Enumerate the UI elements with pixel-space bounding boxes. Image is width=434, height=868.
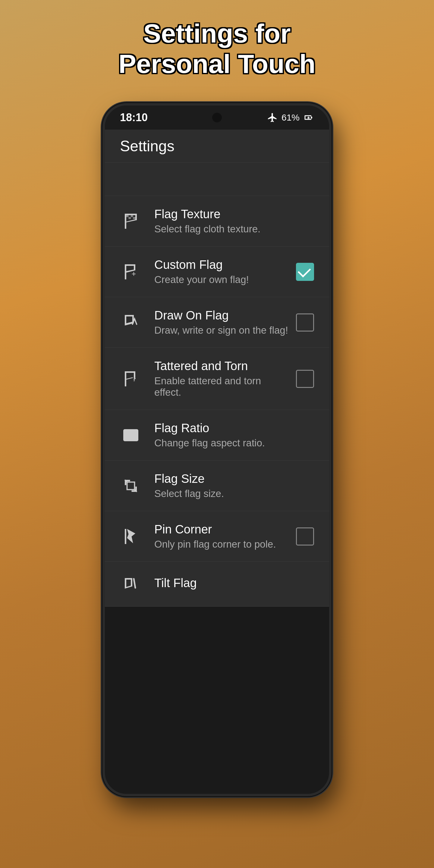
pin-corner-checkbox[interactable] xyxy=(296,527,314,546)
flag-size-text: Flag Size Select flag size. xyxy=(154,472,314,499)
custom-flag-text: Custom Flag Create your own flag! xyxy=(154,258,289,285)
draw-flag-icon xyxy=(120,312,142,333)
page-title: Settings for Personal Touch xyxy=(94,18,340,79)
svg-rect-0 xyxy=(126,215,129,217)
svg-rect-6 xyxy=(127,482,135,490)
settings-item-tilt-flag[interactable]: Tilt Flag xyxy=(105,562,329,607)
status-bar: 18:10 61% xyxy=(105,105,329,130)
settings-list: Flag Texture Select flag cloth texture. … xyxy=(105,196,329,607)
flag-ratio-text: Flag Ratio Change flag aspect ratio. xyxy=(154,421,314,449)
tattered-icon xyxy=(120,368,142,390)
status-time: 18:10 xyxy=(120,111,148,124)
svg-rect-5 xyxy=(124,430,138,440)
draw-on-flag-checkbox[interactable] xyxy=(296,313,314,332)
settings-item-tattered[interactable]: Tattered and Torn Enable tattered and to… xyxy=(105,348,329,410)
size-icon xyxy=(120,475,142,497)
app-bar-title: Settings xyxy=(120,137,175,155)
ratio-icon xyxy=(120,424,142,446)
settings-item-flag-ratio[interactable]: Flag Ratio Change flag aspect ratio. xyxy=(105,410,329,461)
battery-text: 61% xyxy=(281,113,300,123)
settings-item-pin-corner[interactable]: Pin Corner Only pin flag corner to pole. xyxy=(105,511,329,562)
battery-icon xyxy=(303,112,314,123)
camera-notch xyxy=(212,113,222,122)
draw-on-flag-text: Draw On Flag Draw, write or sign on the … xyxy=(154,309,289,336)
tilt-icon xyxy=(120,573,142,595)
pin-icon xyxy=(120,526,142,547)
app-bar: Settings xyxy=(105,130,329,163)
svg-rect-2 xyxy=(129,217,131,219)
svg-rect-3 xyxy=(133,217,135,219)
settings-item-draw-on-flag[interactable]: Draw On Flag Draw, write or sign on the … xyxy=(105,297,329,348)
settings-item-flag-size[interactable]: Flag Size Select flag size. xyxy=(105,461,329,511)
tilt-flag-text: Tilt Flag xyxy=(154,576,314,592)
search-area[interactable] xyxy=(105,163,329,196)
svg-rect-1 xyxy=(131,215,133,217)
tattered-text: Tattered and Torn Enable tattered and to… xyxy=(154,359,289,398)
pin-corner-text: Pin Corner Only pin flag corner to pole. xyxy=(154,523,289,550)
status-icons: 61% xyxy=(267,112,314,123)
svg-text:+: + xyxy=(132,270,136,278)
tattered-checkbox[interactable] xyxy=(296,370,314,388)
settings-item-custom-flag[interactable]: + Custom Flag Create your own flag! xyxy=(105,247,329,297)
airplane-icon xyxy=(267,112,278,123)
custom-flag-checkbox[interactable] xyxy=(296,263,314,281)
flag-texture-text: Flag Texture Select flag cloth texture. xyxy=(154,207,314,235)
flag-texture-icon xyxy=(120,210,142,232)
custom-flag-icon: + xyxy=(120,261,142,283)
phone-shell: 18:10 61% Settings xyxy=(102,103,332,796)
settings-item-flag-texture[interactable]: Flag Texture Select flag cloth texture. xyxy=(105,196,329,247)
